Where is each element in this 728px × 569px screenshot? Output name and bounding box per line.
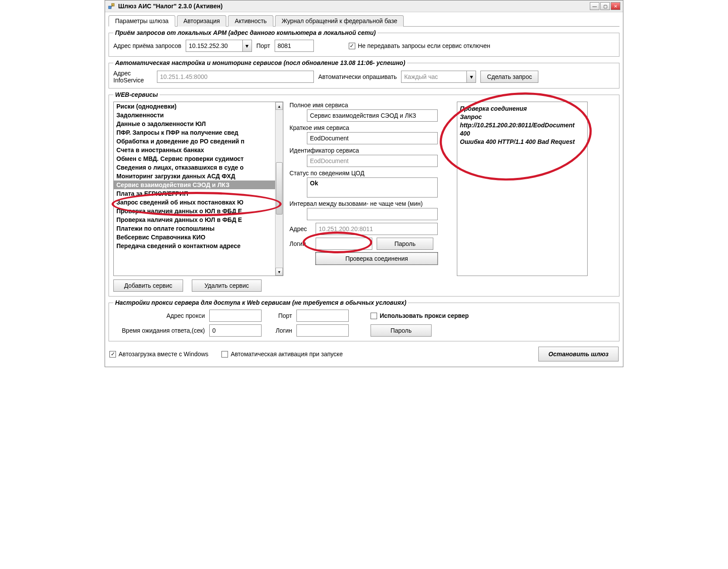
autoactivate-checkbox[interactable]: Автоматическая активация при запуске bbox=[221, 351, 343, 358]
connection-log: Проверка соединенияЗапрос http://10.251.… bbox=[457, 102, 588, 276]
info-addr-label: Адрес InfoService bbox=[113, 70, 153, 84]
autostart-label: Автозагрузка вместе с Windows bbox=[119, 351, 208, 358]
group-web-legend: WEB-сервисы bbox=[113, 91, 160, 98]
receive-addr-input[interactable] bbox=[186, 40, 242, 52]
poll-input[interactable] bbox=[401, 71, 466, 83]
use-proxy-checkbox[interactable]: Использовать прокси сервер bbox=[371, 312, 469, 319]
tab-0[interactable]: Параметры шлюза bbox=[109, 15, 175, 27]
checkbox-icon: ✓ bbox=[349, 43, 355, 49]
list-item[interactable]: Сервис взаимодействия СЭОД и ЛКЗ bbox=[114, 181, 275, 189]
app-window: Шлюз АИС "Налог" 2.3.0 (Активен) — ▢ ✕ П… bbox=[105, 0, 623, 367]
proxy-login-input[interactable] bbox=[296, 324, 349, 337]
group-receive-legend: Приём запросов от локальных АРМ (адрес д… bbox=[113, 29, 378, 36]
tab-1[interactable]: Авторизация bbox=[177, 15, 227, 27]
login-input[interactable] bbox=[316, 238, 372, 250]
chevron-down-icon[interactable]: ▾ bbox=[466, 71, 476, 83]
app-icon bbox=[108, 2, 116, 10]
proxy-login-label: Логин bbox=[266, 327, 292, 334]
title-bar: Шлюз АИС "Налог" 2.3.0 (Активен) — ▢ ✕ bbox=[105, 0, 623, 12]
receive-port-label: Порт bbox=[256, 42, 270, 49]
no-forward-checkbox[interactable]: ✓ Не передавать запросы если сервис откл… bbox=[349, 42, 490, 49]
timeout-input[interactable] bbox=[209, 324, 262, 337]
interval-input[interactable] bbox=[307, 208, 438, 220]
proxy-addr-label: Адрес прокси bbox=[113, 312, 205, 319]
password-button[interactable]: Пароль bbox=[377, 238, 433, 250]
scrollbar[interactable]: ▴ ▾ bbox=[275, 102, 283, 276]
list-item[interactable]: Проверка наличия данных о ЮЛ в ФБД Е bbox=[114, 215, 275, 224]
check-connection-button[interactable]: Проверка соединения bbox=[316, 252, 438, 265]
footer: ✓ Автозагрузка вместе с Windows Автомати… bbox=[109, 344, 619, 362]
chevron-down-icon[interactable]: ▾ bbox=[242, 40, 252, 52]
service-id-input[interactable] bbox=[307, 155, 438, 167]
short-name-label: Краткое имя сервиса bbox=[289, 124, 451, 131]
list-item[interactable]: Сведения о лицах, отказавшихся в суде о bbox=[114, 163, 275, 172]
tab-3[interactable]: Журнал обращений к федеральной базе bbox=[275, 15, 404, 27]
service-detail-column: Полное имя сервиса Краткое имя сервиса И… bbox=[289, 102, 451, 265]
scroll-down-icon[interactable]: ▾ bbox=[276, 268, 283, 276]
list-item[interactable]: Проверка наличия данных о ЮЛ в ФБД Е bbox=[114, 207, 275, 215]
receive-addr-label: Адрес приёма запросов bbox=[113, 42, 181, 49]
status-label: Статус по сведениям ЦОД bbox=[289, 170, 451, 177]
window-title: Шлюз АИС "Налог" 2.3.0 (Активен) bbox=[118, 3, 590, 10]
status-value: Ok bbox=[307, 177, 438, 198]
full-name-input[interactable] bbox=[307, 109, 438, 122]
list-item[interactable]: Передача сведений о контактном адресе bbox=[114, 242, 275, 250]
proxy-password-button[interactable]: Пароль bbox=[371, 324, 432, 337]
list-item[interactable]: Риски (однодневки) bbox=[114, 102, 275, 111]
poll-combo[interactable]: ▾ bbox=[401, 71, 476, 83]
list-item[interactable]: Вебсервис Справочника КИО bbox=[114, 233, 275, 242]
group-proxy-legend: Настройки прокси сервера для доступа к W… bbox=[113, 299, 408, 306]
scroll-up-icon[interactable]: ▴ bbox=[276, 102, 283, 110]
minimize-button[interactable]: — bbox=[590, 2, 599, 10]
add-service-button[interactable]: Добавить сервис bbox=[113, 279, 183, 292]
scroll-track[interactable] bbox=[276, 110, 283, 268]
checkbox-icon bbox=[371, 313, 377, 319]
group-receive: Приём запросов от локальных АРМ (адрес д… bbox=[109, 29, 619, 57]
list-item[interactable]: Обмен с МВД. Сервис проверки судимост bbox=[114, 154, 275, 163]
login-label: Логин bbox=[289, 240, 311, 247]
group-web: WEB-сервисы Риски (однодневки)Задолженно… bbox=[109, 91, 619, 296]
window-buttons: — ▢ ✕ bbox=[590, 2, 620, 10]
autostart-checkbox[interactable]: ✓ Автозагрузка вместе с Windows bbox=[109, 351, 208, 358]
service-listbox[interactable]: Риски (однодневки)ЗадолженностиДанные о … bbox=[113, 102, 283, 276]
scroll-thumb[interactable] bbox=[276, 162, 282, 215]
log-column: Проверка соединенияЗапрос http://10.251.… bbox=[457, 102, 588, 276]
timeout-label: Время ожидания ответа,(сек) bbox=[113, 327, 205, 334]
list-item[interactable]: Данные о задолженности ЮЛ bbox=[114, 119, 275, 128]
list-item[interactable]: Платежи по оплате госпошлины bbox=[114, 224, 275, 233]
content-area: Параметры шлюзаАвторизацияАктивностьЖурн… bbox=[105, 12, 623, 367]
proxy-port-input[interactable] bbox=[296, 310, 349, 322]
delete-service-button[interactable]: Удалить сервис bbox=[192, 279, 262, 292]
list-item[interactable]: Задолженности bbox=[114, 111, 275, 119]
service-addr-input[interactable] bbox=[316, 223, 438, 235]
interval-label: Интервал между вызовами- не чаще чем (ми… bbox=[289, 200, 451, 207]
list-item[interactable]: Счета в иностранных банках bbox=[114, 146, 275, 154]
proxy-port-label: Порт bbox=[266, 312, 292, 319]
close-button[interactable]: ✕ bbox=[611, 2, 620, 10]
checkbox-icon bbox=[221, 351, 228, 358]
list-item[interactable]: Мониторинг загрузки данных АСД ФХД bbox=[114, 172, 275, 181]
full-name-label: Полное имя сервиса bbox=[289, 102, 451, 109]
checkbox-icon: ✓ bbox=[109, 351, 116, 358]
list-item[interactable]: ПФР. Запросы к ПФР на получение свед bbox=[114, 128, 275, 137]
poll-label: Автоматически опрашивать bbox=[318, 73, 397, 80]
make-request-button[interactable]: Сделать запрос bbox=[480, 71, 538, 83]
list-item[interactable]: Запрос сведений об иных постановках Ю bbox=[114, 198, 275, 207]
short-name-input[interactable] bbox=[307, 132, 438, 144]
receive-port-input[interactable] bbox=[275, 40, 314, 52]
maximize-button[interactable]: ▢ bbox=[600, 2, 610, 10]
use-proxy-label: Использовать прокси сервер bbox=[380, 312, 469, 319]
svg-rect-0 bbox=[109, 6, 111, 9]
no-forward-label: Не передавать запросы если сервис отключ… bbox=[358, 42, 490, 49]
tab-2[interactable]: Активность bbox=[228, 15, 273, 27]
stop-gateway-button[interactable]: Остановить шлюз bbox=[538, 347, 619, 361]
group-auto: Автоматическая настройка и мониторинг се… bbox=[109, 59, 619, 89]
info-addr-input[interactable] bbox=[157, 71, 314, 83]
list-item[interactable]: Обработка и доведение до РО сведений п bbox=[114, 137, 275, 146]
service-addr-label: Адрес bbox=[289, 225, 311, 232]
group-auto-legend: Автоматическая настройка и мониторинг се… bbox=[113, 59, 407, 66]
list-item[interactable]: Плата за ЕГРЮЛ/ЕГРИП bbox=[114, 189, 275, 198]
proxy-addr-input[interactable] bbox=[209, 310, 262, 322]
autoactivate-label: Автоматическая активация при запуске bbox=[231, 351, 343, 358]
receive-addr-combo[interactable]: ▾ bbox=[186, 40, 252, 52]
